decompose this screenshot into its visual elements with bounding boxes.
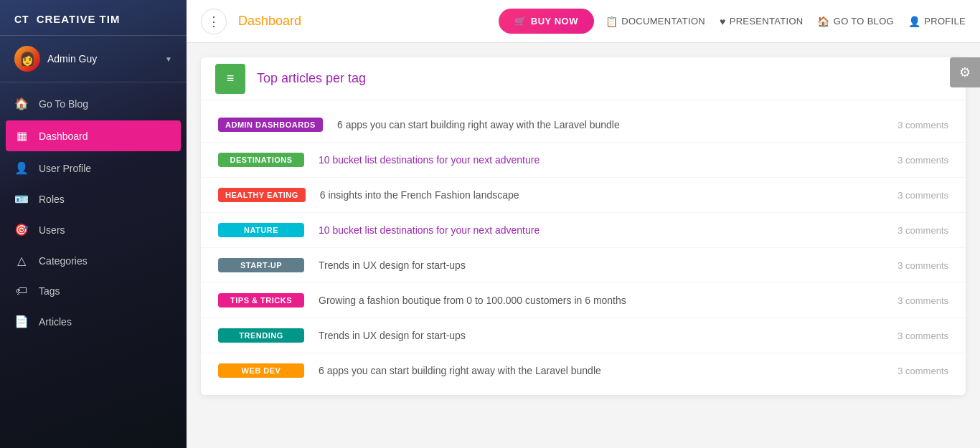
tag-badge: DESTINATIONS — [218, 153, 304, 167]
comments-count: 3 comments — [897, 366, 948, 376]
user-section[interactable]: 👩 Admin Guy ▼ — [0, 36, 187, 82]
article-title[interactable]: 10 bucket list destinations for your nex… — [319, 224, 883, 236]
sidebar-label-categories: Categories — [39, 255, 88, 267]
sidebar-item-go-to-blog[interactable]: 🏠 Go To Blog — [0, 88, 187, 119]
sidebar-label-dashboard: Dashboard — [39, 130, 88, 142]
profile-icon: 👤 — [908, 16, 920, 27]
sidebar-item-roles[interactable]: 🪪 Roles — [0, 184, 187, 214]
article-title: Trends in UX design for start-ups — [319, 259, 883, 271]
table-row: NATURE10 bucket list destinations for yo… — [201, 213, 966, 248]
comments-count: 3 comments — [897, 330, 948, 341]
user-name: Admin Guy — [47, 53, 158, 65]
table-row: HEALTHY EATING6 insights into the French… — [201, 178, 966, 213]
sidebar-item-user-profile[interactable]: 👤 User Profile — [0, 153, 187, 184]
tag-badge: HEALTHY EATING — [218, 188, 306, 202]
card-header: ≡ Top articles per tag — [201, 57, 966, 100]
table-row: TRENDINGTrends in UX design for start-up… — [201, 318, 966, 353]
comments-count: 3 comments — [897, 190, 948, 201]
article-title: 6 insights into the French Fashion lands… — [320, 189, 883, 201]
documentation-link[interactable]: 📋 DOCUMENTATION — [606, 16, 705, 27]
comments-count: 3 comments — [897, 120, 948, 130]
sidebar-item-tags[interactable]: 🏷 Tags — [0, 276, 187, 306]
article-title: Growing a fashion boutique from 0 to 100… — [319, 295, 883, 306]
comments-count: 3 comments — [897, 225, 948, 236]
page-title: Dashboard — [238, 14, 487, 29]
table-row: TIPS & TRICKSGrowing a fashion boutique … — [201, 283, 966, 318]
tag-badge: ADMIN DASHBOARDS — [218, 118, 323, 132]
brand-name: CREATIVE TIM — [37, 13, 121, 25]
articles-icon: 📄 — [14, 315, 29, 328]
tag-badge: TRENDING — [218, 328, 304, 343]
articles-list: ADMIN DASHBOARDS6 apps you can start bui… — [201, 100, 966, 395]
tag-badge: START-UP — [218, 258, 304, 272]
heart-icon: ♥ — [720, 16, 726, 27]
profile-link[interactable]: 👤 PROFILE — [908, 16, 966, 27]
comments-count: 3 comments — [897, 295, 948, 306]
sidebar-item-categories[interactable]: △ Categories — [0, 245, 187, 276]
table-row: WEB DEV6 apps you can start building rig… — [201, 353, 966, 388]
sidebar-label-roles: Roles — [39, 194, 65, 205]
table-row: ADMIN DASHBOARDS6 apps you can start bui… — [201, 108, 966, 143]
card-title: Top articles per tag — [257, 71, 366, 86]
user-icon: 👤 — [14, 161, 29, 175]
articles-card: ≡ Top articles per tag ADMIN DASHBOARDS6… — [201, 57, 966, 395]
sidebar-item-dashboard[interactable]: ▦ Dashboard — [6, 120, 181, 151]
main-content: ⋮ Dashboard 🛒 BUY NOW 📋 DOCUMENTATION ♥ … — [187, 0, 980, 448]
article-title: Trends in UX design for start-ups — [319, 330, 883, 341]
brand: CT CREATIVE TIM — [0, 0, 187, 36]
dashboard-icon: ▦ — [14, 129, 29, 143]
comments-count: 3 comments — [897, 155, 948, 166]
card-header-icon: ≡ — [215, 64, 245, 94]
home-icon: 🏠 — [14, 97, 29, 110]
tag-badge: WEB DEV — [218, 363, 304, 378]
home-topbar-icon: 🏠 — [817, 16, 829, 27]
go-to-blog-link[interactable]: 🏠 GO TO BLOG — [817, 16, 893, 27]
sidebar-item-articles[interactable]: 📄 Articles — [0, 306, 187, 337]
sidebar-label-go-to-blog: Go To Blog — [39, 98, 88, 110]
categories-icon: △ — [14, 254, 29, 267]
menu-dots-button[interactable]: ⋮ — [201, 9, 227, 34]
table-row: START-UPTrends in UX design for start-up… — [201, 248, 966, 283]
doc-icon: 📋 — [606, 16, 618, 27]
presentation-link[interactable]: ♥ PRESENTATION — [720, 16, 803, 27]
article-title: 6 apps you can start building right away… — [319, 365, 883, 376]
article-title[interactable]: 10 bucket list destinations for your nex… — [319, 154, 883, 166]
sidebar-label-tags: Tags — [39, 285, 60, 297]
article-title: 6 apps you can start building right away… — [337, 119, 883, 130]
brand-initials: CT — [14, 14, 29, 25]
sidebar-nav: 🏠 Go To Blog ▦ Dashboard 👤 User Profile … — [0, 82, 187, 448]
cart-icon: 🛒 — [514, 16, 527, 27]
avatar: 👩 — [14, 46, 40, 72]
table-row: DESTINATIONS10 bucket list destinations … — [201, 143, 966, 178]
topbar: ⋮ Dashboard 🛒 BUY NOW 📋 DOCUMENTATION ♥ … — [187, 0, 980, 43]
tag-badge: NATURE — [218, 223, 304, 237]
tags-icon: 🏷 — [14, 285, 29, 297]
caret-icon: ▼ — [165, 55, 172, 63]
buy-now-button[interactable]: 🛒 BUY NOW — [499, 9, 594, 34]
topbar-links: 📋 DOCUMENTATION ♥ PRESENTATION 🏠 GO TO B… — [606, 16, 966, 27]
sidebar-label-articles: Articles — [39, 316, 72, 328]
users-icon: 🎯 — [14, 223, 29, 237]
tag-badge: TIPS & TRICKS — [218, 293, 304, 308]
sidebar-label-user-profile: User Profile — [39, 163, 91, 174]
roles-icon: 🪪 — [14, 192, 29, 206]
sidebar: CT CREATIVE TIM 👩 Admin Guy ▼ 🏠 Go To Bl… — [0, 0, 187, 448]
sidebar-label-users: Users — [39, 224, 65, 236]
comments-count: 3 comments — [897, 260, 948, 271]
sidebar-item-users[interactable]: 🎯 Users — [0, 214, 187, 245]
card-settings-button[interactable]: ⚙ — [950, 57, 980, 87]
page-content: ≡ Top articles per tag ADMIN DASHBOARDS6… — [187, 43, 980, 448]
